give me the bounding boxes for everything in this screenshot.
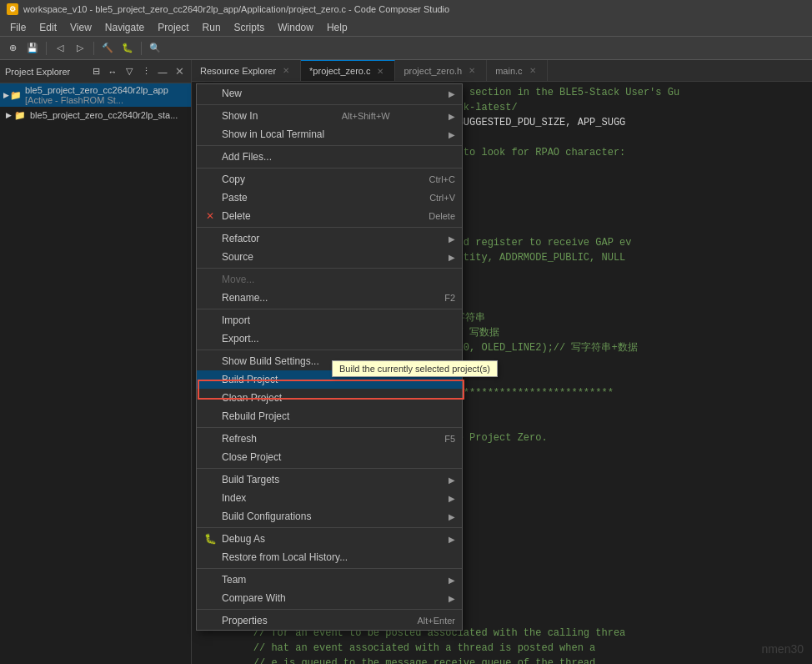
- ctx-sep3: [197, 227, 462, 228]
- ctx-new-arrow: ▶: [449, 89, 455, 98]
- ctx-show-in-label: Show In: [222, 110, 258, 122]
- ctx-compare-with[interactable]: Compare With ▶: [197, 589, 462, 607]
- ctx-debug-as[interactable]: 🐛 Debug As ▶: [197, 530, 462, 548]
- ctx-rebuild-project-label: Rebuild Project: [222, 410, 289, 422]
- tooltip-text: Build the currently selected project(s): [339, 364, 490, 374]
- ctx-properties-shortcut: Alt+Enter: [392, 616, 455, 626]
- ctx-team-arrow: ▶: [449, 576, 455, 585]
- ctx-new-label: New: [222, 88, 242, 99]
- tooltip: Build the currently selected project(s): [332, 360, 498, 377]
- ctx-restore-history[interactable]: Restore from Local History...: [197, 548, 462, 566]
- ctx-show-local[interactable]: Show in Local Terminal ▶: [197, 125, 462, 143]
- ctx-export[interactable]: Export...: [197, 329, 462, 348]
- ctx-import-label: Import: [222, 314, 250, 326]
- ctx-copy[interactable]: Copy Ctrl+C: [197, 170, 462, 189]
- debug-icon: 🐛: [203, 532, 217, 546]
- ctx-sep7: [197, 427, 462, 428]
- context-menu-overlay[interactable]: New ▶ Show In Alt+Shift+W ▶ Show in Loca…: [0, 0, 812, 664]
- ctx-show-local-arrow: ▶: [449, 130, 455, 139]
- ctx-build-targets-arrow: ▶: [449, 475, 455, 485]
- ctx-paste-label: Paste: [222, 192, 248, 204]
- ctx-rename[interactable]: Rename... F2: [197, 289, 462, 307]
- ctx-source-arrow: ▶: [449, 253, 455, 262]
- ctx-show-build-label: Show Build Settings...: [222, 355, 319, 367]
- ctx-move-label: Move...: [222, 274, 254, 285]
- ctx-sep1: [197, 145, 462, 146]
- ctx-export-label: Export...: [222, 333, 259, 345]
- ctx-clean-project[interactable]: Clean Project: [197, 389, 462, 407]
- ctx-sep6: [197, 350, 462, 350]
- ctx-delete-shortcut: Delete: [403, 211, 455, 221]
- ctx-index-arrow: ▶: [449, 494, 455, 503]
- ctx-index[interactable]: Index ▶: [197, 489, 462, 507]
- ctx-sep11: [197, 609, 462, 610]
- ctx-refactor-arrow: ▶: [449, 234, 455, 244]
- ctx-source[interactable]: Source ▶: [197, 248, 462, 266]
- ctx-delete-label: Delete: [222, 210, 251, 222]
- ctx-sep0: [197, 104, 462, 105]
- ctx-sep4: [197, 268, 462, 269]
- ctx-add-files-label: Add Files...: [222, 151, 272, 163]
- ctx-restore-history-label: Restore from Local History...: [222, 551, 348, 563]
- ctx-show-in-shortcut: Alt+Shift+W: [317, 111, 390, 121]
- ctx-clean-project-label: Clean Project: [222, 392, 282, 404]
- ctx-close-project-label: Close Project: [222, 451, 281, 463]
- ctx-paste[interactable]: Paste Ctrl+V: [197, 189, 462, 207]
- ctx-delete[interactable]: ✕ Delete Delete: [197, 207, 462, 225]
- delete-icon: ✕: [203, 209, 217, 223]
- context-menu: New ▶ Show In Alt+Shift+W ▶ Show in Loca…: [196, 83, 463, 631]
- ctx-compare-with-label: Compare With: [222, 592, 286, 604]
- ctx-copy-label: Copy: [222, 174, 245, 185]
- ctx-build-targets[interactable]: Build Targets ▶: [197, 470, 462, 489]
- ctx-move[interactable]: Move...: [197, 270, 462, 289]
- ctx-sep9: [197, 527, 462, 528]
- ctx-add-files[interactable]: Add Files...: [197, 148, 462, 166]
- ctx-paste-shortcut: Ctrl+V: [404, 193, 455, 203]
- ctx-show-in-arrow: ▶: [449, 112, 455, 121]
- ctx-new[interactable]: New ▶: [197, 84, 462, 103]
- ctx-properties[interactable]: Properties Alt+Enter: [197, 611, 462, 630]
- ctx-debug-as-arrow: ▶: [449, 535, 455, 544]
- ctx-show-in[interactable]: Show In Alt+Shift+W ▶: [197, 107, 462, 125]
- ctx-show-local-label: Show in Local Terminal: [222, 128, 324, 140]
- ctx-refactor-label: Refactor: [222, 233, 259, 244]
- ctx-rename-label: Rename...: [222, 292, 268, 304]
- ctx-close-project[interactable]: Close Project: [197, 448, 462, 466]
- ctx-refactor[interactable]: Refactor ▶: [197, 229, 462, 248]
- ctx-refresh-shortcut: F5: [419, 434, 455, 444]
- ctx-compare-with-arrow: ▶: [449, 594, 455, 603]
- ctx-properties-label: Properties: [222, 615, 268, 626]
- ctx-rename-shortcut: F2: [419, 293, 455, 303]
- ctx-build-configs[interactable]: Build Configurations ▶: [197, 507, 462, 526]
- ctx-sep5: [197, 309, 462, 309]
- ctx-import[interactable]: Import: [197, 311, 462, 329]
- ctx-build-configs-label: Build Configurations: [222, 511, 311, 522]
- ctx-sep8: [197, 468, 462, 469]
- ctx-rebuild-project[interactable]: Rebuild Project: [197, 407, 462, 425]
- ctx-team[interactable]: Team ▶: [197, 571, 462, 589]
- ctx-refresh-label: Refresh: [222, 433, 257, 445]
- ctx-debug-as-label: Debug As: [222, 533, 265, 545]
- ctx-copy-shortcut: Ctrl+C: [404, 174, 455, 184]
- ctx-build-configs-arrow: ▶: [449, 512, 455, 521]
- ctx-build-targets-label: Build Targets: [222, 474, 279, 485]
- ctx-sep2: [197, 168, 462, 169]
- ctx-build-project-label: Build Project: [222, 374, 278, 385]
- ctx-source-label: Source: [222, 251, 253, 263]
- ctx-sep10: [197, 568, 462, 569]
- ctx-refresh[interactable]: Refresh F5: [197, 430, 462, 448]
- ctx-team-label: Team: [222, 574, 246, 586]
- ctx-index-label: Index: [222, 492, 246, 504]
